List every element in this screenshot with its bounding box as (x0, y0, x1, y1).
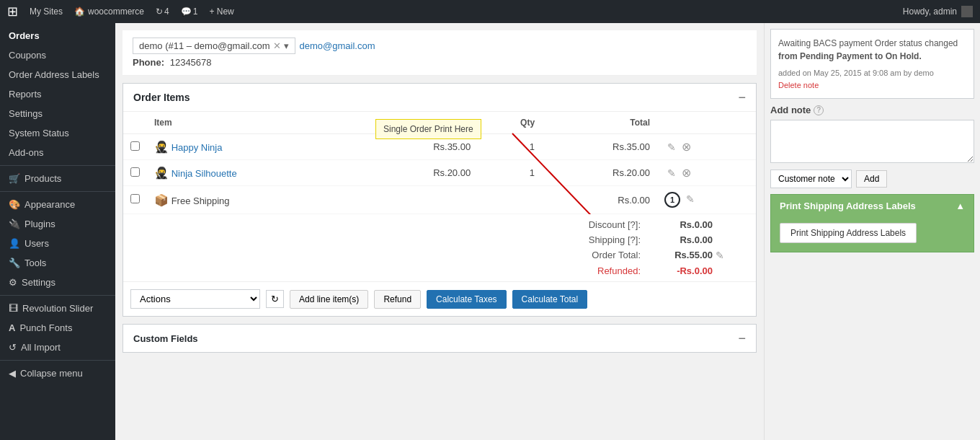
all-import-icon: ↺ (9, 342, 17, 353)
calculate-total-btn[interactable]: Calculate Total (512, 290, 588, 309)
sidebar-item-add-ons[interactable]: Add-ons (0, 143, 115, 162)
refunded-row: Refunded: -Rs.0.00 (130, 263, 749, 278)
sidebar-item-system-status[interactable]: System Status (0, 123, 115, 143)
discount-row: Discount [?]: Rs.0.00 (130, 217, 749, 232)
collapse-order-items-btn[interactable]: − (738, 91, 746, 104)
add-note-btn[interactable]: Add (856, 170, 887, 188)
add-note-label: Add note ? (770, 105, 974, 115)
edit-icon-1[interactable]: ✎ (667, 141, 676, 153)
order-total-value: Rs.55.00 (648, 250, 713, 261)
add-note-textarea[interactable] (770, 120, 974, 163)
admin-avatar (961, 6, 973, 17)
discount-value: Rs.0.00 (648, 219, 713, 230)
site-link[interactable]: 🏠 woocommerce (74, 6, 144, 17)
sidebar-item-settings-main[interactable]: ⚙ Settings (0, 273, 115, 292)
sidebar-item-revolution-slider[interactable]: 🎞 Revolution Slider (0, 299, 115, 318)
sidebar-item-users[interactable]: 👤 Users (0, 234, 115, 253)
customer-email-link[interactable]: demo@gmail.com (300, 40, 375, 51)
order-total-row: Order Total: Rs.55.00 ✎ (130, 247, 749, 263)
note-controls: Customer note Add (770, 170, 974, 188)
collapse-custom-fields-btn[interactable]: − (738, 332, 746, 345)
customer-selector[interactable]: demo (#11 – demo@gmail.com ✕ ▾ (133, 38, 295, 54)
discount-label: Discount [?]: (533, 219, 648, 230)
table-row: 🥷 Ninja Silhouette Rs.20.00 1 Rs.20.00 ✎… (123, 160, 756, 186)
orders-section-header: Orders (0, 23, 115, 45)
delete-icon-2[interactable]: ⊗ (682, 167, 691, 179)
sidebar-label-order-address-labels: Order Address Labels (9, 69, 99, 80)
sidebar-item-order-address-labels[interactable]: Order Address Labels (0, 65, 115, 84)
item-link-ninja-silhouette[interactable]: Ninja Silhouette (172, 168, 237, 179)
add-note-section: Add note ? Customer note Add (770, 105, 974, 188)
sidebar-item-tools[interactable]: 🔧 Tools (0, 253, 115, 273)
add-line-items-btn[interactable]: Add line item(s) (290, 290, 368, 309)
edit-icon-3[interactable]: ✎ (686, 193, 695, 205)
wp-logo-icon[interactable]: ⊞ (7, 4, 18, 19)
order-items-title: Order Items (133, 92, 190, 103)
shipping-row: Shipping [?]: Rs.0.00 (130, 232, 749, 247)
sidebar-item-all-import[interactable]: ↺ All Import (0, 338, 115, 357)
updates-link[interactable]: ↻ 4 (156, 6, 169, 17)
edit-icon-2[interactable]: ✎ (667, 167, 676, 179)
note-type-select[interactable]: Customer note (770, 170, 852, 188)
print-shipping-labels-btn[interactable]: Print Shipping Address Labels (780, 223, 917, 243)
order-note-box: Awaiting BACS payment Order status chang… (770, 29, 974, 99)
sidebar-item-punch-fonts[interactable]: A Punch Fonts (0, 318, 115, 338)
help-icon: ? (814, 105, 824, 115)
note-meta: added on May 25, 2015 at 9:08 am by demo… (778, 67, 966, 91)
totals-section: Discount [?]: Rs.0.00 Shipping [?]: Rs.0… (123, 214, 756, 281)
sidebar-item-products[interactable]: 🛒 Products (0, 169, 115, 188)
sidebar-item-plugins[interactable]: 🔌 Plugins (0, 214, 115, 234)
row-checkbox-2[interactable] (130, 167, 140, 177)
refunded-label: Refunded: (533, 265, 648, 276)
cart-icon: 🛒 (9, 173, 20, 184)
sidebar-label-add-ons: Add-ons (9, 147, 43, 158)
sidebar-label-reports: Reports (9, 89, 42, 100)
sidebar-divider-1 (0, 165, 115, 166)
sidebar-label-settings-main: Settings (22, 277, 55, 288)
shipping-value: Rs.0.00 (648, 234, 713, 245)
sidebar-label-users: Users (24, 238, 49, 249)
calculate-taxes-btn[interactable]: Calculate Taxes (427, 290, 507, 309)
actions-select[interactable]: Actions (130, 289, 260, 309)
new-content-link[interactable]: + New (209, 6, 233, 17)
sidebar-item-reports[interactable]: Reports (0, 84, 115, 104)
close-customer-icon[interactable]: ✕ (273, 40, 281, 51)
sidebar-label-settings: Settings (9, 108, 43, 119)
total-3: Rs.0.00 (542, 186, 657, 214)
chevron-down-icon[interactable]: ▾ (284, 40, 289, 51)
order-items-section: Order Items − Single Order Print Here (122, 83, 757, 317)
my-sites-link[interactable]: My Sites (30, 6, 63, 17)
print-shipping-body: Print Shipping Address Labels (771, 217, 974, 252)
sidebar-label-all-import: All Import (21, 342, 61, 353)
row-checkbox-1[interactable] (130, 141, 140, 151)
comments-link[interactable]: 💬 1 (181, 6, 198, 17)
item-link-happy-ninja[interactable]: Happy Ninja (172, 142, 223, 153)
sidebar-item-coupons[interactable]: Coupons (0, 45, 115, 65)
tooltip-container: Single Order Print Here It (123, 112, 756, 214)
print-collapse-icon[interactable]: ▲ (956, 201, 965, 211)
right-panel: Awaiting BACS payment Order status chang… (764, 23, 980, 440)
refresh-btn[interactable]: ↻ (266, 290, 284, 308)
refund-btn[interactable]: Refund (374, 290, 421, 309)
sidebar-item-appearance[interactable]: 🎨 Appearance (0, 195, 115, 214)
cost-3 (362, 186, 478, 214)
tools-icon: 🔧 (9, 258, 20, 268)
sidebar-item-collapse-menu[interactable]: ◀ Collapse menu (0, 364, 115, 383)
qty-2: 1 (478, 160, 542, 186)
delete-icon-1[interactable]: ⊗ (682, 141, 691, 153)
edit-total-icon[interactable]: ✎ (716, 250, 724, 261)
row-checkbox-3[interactable] (130, 194, 140, 203)
qty-1: 1 (478, 134, 542, 160)
sidebar-label-products: Products (24, 173, 61, 184)
sidebar-label-tools: Tools (24, 258, 46, 268)
order-total-label: Order Total: (533, 250, 648, 261)
print-shipping-title: Print Shipping Address Labels (780, 201, 916, 211)
item-column-header: Item (147, 112, 362, 134)
house-icon: 🏠 (74, 6, 85, 17)
table-row: 📦 Free Shipping Rs.0.00 1 ✎ (123, 186, 756, 214)
note-text: Awaiting BACS payment Order status chang… (778, 37, 966, 63)
delete-note-link[interactable]: Delete note (778, 81, 819, 89)
sidebar-item-settings[interactable]: Settings (0, 104, 115, 123)
sidebar-label-revolution-slider: Revolution Slider (22, 303, 93, 314)
users-icon: 👤 (9, 238, 20, 249)
